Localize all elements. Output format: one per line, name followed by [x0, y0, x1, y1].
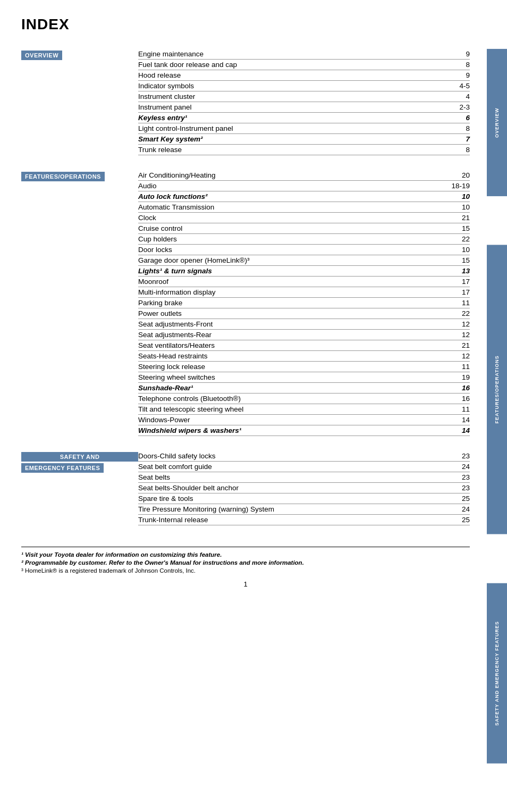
entry-page: 25: [451, 495, 470, 503]
entry-label: Seat belt comfort guide: [138, 463, 451, 471]
entry-label: Air Conditioning/Heating: [138, 171, 451, 179]
entry-page: 22: [451, 309, 470, 317]
list-item: Cruise control15: [138, 223, 470, 234]
overview-entries: Engine maintenance9Fuel tank door releas…: [138, 49, 470, 155]
entry-page: 7: [451, 135, 470, 143]
safety-label-line2: EMERGENCY FEATURES: [21, 463, 104, 473]
safety-label-col: SAFETY AND EMERGENCY FEATURES: [21, 451, 138, 525]
entry-page: 9: [451, 71, 470, 79]
entry-label: Seats-Head restraints: [138, 352, 451, 360]
list-item: Auto lock functions²10: [138, 191, 470, 202]
entry-page: 11: [451, 299, 470, 307]
entry-label: Instrument cluster: [138, 93, 451, 101]
entry-page: 23: [451, 452, 470, 460]
entry-page: 17: [451, 278, 470, 286]
footnote: ² Programmable by customer. Refer to the…: [21, 559, 470, 566]
entry-page: 11: [451, 405, 470, 413]
entry-page: 6: [451, 114, 470, 122]
list-item: Seat ventilators/Heaters21: [138, 340, 470, 351]
entry-page: 16: [451, 395, 470, 403]
entry-page: 15: [451, 224, 470, 232]
list-item: Hood release9: [138, 70, 470, 81]
entry-label: Power outlets: [138, 309, 451, 317]
entry-page: 21: [451, 214, 470, 222]
list-item: Sunshade-Rear¹16: [138, 383, 470, 394]
list-item: Air Conditioning/Heating20: [138, 170, 470, 181]
entry-label: Sunshade-Rear¹: [138, 384, 451, 392]
entry-label: Trunk release: [138, 146, 451, 154]
entry-label: Windows-Power: [138, 416, 451, 424]
entry-page: 8: [451, 61, 470, 69]
entry-page: 9: [451, 50, 470, 58]
entry-page: 10: [451, 203, 470, 211]
entry-page: 17: [451, 288, 470, 296]
page-title: INDEX: [21, 16, 470, 33]
side-tab-empty-mid1: [487, 196, 507, 245]
page-container: INDEX OVERVIEW Engine maintenance9Fuel t…: [0, 0, 507, 620]
list-item: Garage door opener (HomeLink®)³15: [138, 255, 470, 266]
list-item: Clock21: [138, 213, 470, 223]
list-item: Steering wheel switches19: [138, 372, 470, 383]
list-item: Cup holders22: [138, 234, 470, 245]
list-item: Engine maintenance9: [138, 49, 470, 60]
list-item: Seat belt comfort guide24: [138, 462, 470, 472]
entry-page: 4: [451, 93, 470, 101]
list-item: Seats-Head restraints12: [138, 351, 470, 362]
entry-label: Cup holders: [138, 235, 451, 243]
list-item: Seat adjustments-Rear12: [138, 330, 470, 340]
safety-label-line1: SAFETY AND: [21, 452, 138, 462]
list-item: Fuel tank door release and cap8: [138, 60, 470, 70]
features-entries: Air Conditioning/Heating20Audio18-19Auto…: [138, 170, 470, 436]
side-tabs: OVERVIEW FEATURES/OPERATIONS SAFETY AND …: [487, 0, 507, 812]
safety-entries: Doors-Child safety locks23Seat belt comf…: [138, 451, 470, 525]
list-item: Multi-information display17: [138, 287, 470, 298]
list-item: Windows-Power14: [138, 415, 470, 425]
list-item: Tilt and telescopic steering wheel11: [138, 404, 470, 415]
entry-label: Seat belts-Shoulder belt anchor: [138, 484, 451, 492]
list-item: Doors-Child safety locks23: [138, 451, 470, 462]
features-section: FEATURES/OPERATIONS Air Conditioning/Hea…: [21, 170, 470, 436]
entry-label: Auto lock functions²: [138, 192, 451, 200]
entry-label: Lights¹ & turn signals: [138, 267, 451, 275]
entry-page: 18-19: [451, 182, 470, 190]
list-item: Instrument cluster4: [138, 91, 470, 102]
entry-page: 12: [451, 352, 470, 360]
list-item: Indicator symbols4-5: [138, 81, 470, 91]
side-tab-safety: SAFETY AND EMERGENCY FEATURES: [487, 583, 507, 764]
entry-label: Parking brake: [138, 299, 451, 307]
entry-page: 11: [451, 363, 470, 371]
entry-label: Tire Pressure Monitoring (warning) Syste…: [138, 505, 451, 513]
list-item: Instrument panel2-3: [138, 102, 470, 113]
features-label: FEATURES/OPERATIONS: [21, 172, 105, 181]
entry-page: 14: [451, 416, 470, 424]
entry-label: Keyless entry¹: [138, 114, 451, 122]
entry-label: Windshield wipers & washers¹: [138, 426, 451, 434]
entry-page: 21: [451, 341, 470, 349]
entry-label: Steering wheel switches: [138, 373, 451, 381]
side-tab-empty-top: [487, 0, 507, 49]
overview-label: OVERVIEW: [21, 51, 62, 60]
entry-page: 15: [451, 256, 470, 264]
list-item: Moonroof17: [138, 277, 470, 287]
entry-page: 12: [451, 331, 470, 339]
list-item: Light control-Instrument panel8: [138, 123, 470, 134]
list-item: Audio18-19: [138, 181, 470, 191]
list-item: Seat adjustments-Front12: [138, 319, 470, 330]
entry-page: 2-3: [451, 103, 470, 111]
safety-section: SAFETY AND EMERGENCY FEATURES Doors-Chil…: [21, 451, 470, 525]
entry-label: Doors-Child safety locks: [138, 452, 451, 460]
entry-page: 4-5: [451, 82, 470, 90]
entry-label: Moonroof: [138, 278, 451, 286]
side-tab-empty-mid2: [487, 534, 507, 583]
entry-label: Garage door opener (HomeLink®)³: [138, 256, 451, 264]
list-item: Windshield wipers & washers¹14: [138, 425, 470, 436]
entry-label: Seat ventilators/Heaters: [138, 341, 451, 349]
footnote: ¹ Visit your Toyota dealer for informati…: [21, 551, 470, 558]
list-item: Steering lock release11: [138, 362, 470, 372]
entry-page: 24: [451, 505, 470, 513]
list-item: Automatic Transmission10: [138, 202, 470, 213]
entry-label: Seat adjustments-Front: [138, 320, 451, 328]
list-item: Parking brake11: [138, 298, 470, 308]
entry-label: Multi-information display: [138, 288, 451, 296]
entry-label: Cruise control: [138, 224, 451, 232]
